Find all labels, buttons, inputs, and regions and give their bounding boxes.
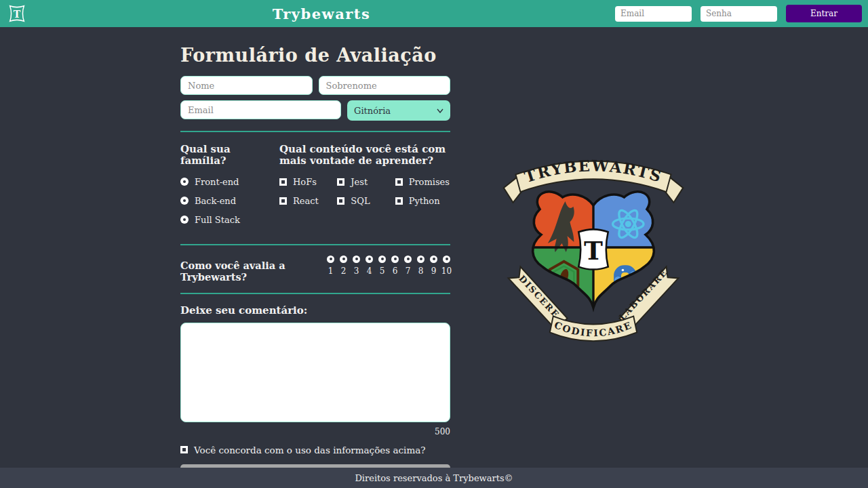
footer-text: Direitos reservados à Trybewarts© — [355, 473, 513, 483]
trybewarts-crest: TRYBEWARTS DISCERE LABORARE — [499, 144, 688, 351]
radio-icon[interactable] — [180, 197, 189, 205]
last-name-input[interactable] — [319, 76, 451, 95]
logo-letter: T — [14, 9, 21, 20]
app-header: T Trybewarts Entrar — [0, 0, 868, 27]
checkbox-icon[interactable] — [279, 197, 287, 205]
checkbox-icon[interactable] — [395, 178, 403, 186]
rating-8[interactable]: 8 — [417, 256, 425, 276]
checkbox-icon[interactable] — [279, 178, 287, 186]
rating-6[interactable]: 6 — [391, 256, 399, 276]
rating-3[interactable]: 3 — [353, 256, 360, 276]
header-password-input[interactable] — [701, 6, 777, 22]
radio-icon[interactable] — [340, 256, 347, 263]
header-login-form: Entrar — [615, 5, 862, 22]
house-select-value: Gitnória — [354, 106, 391, 116]
content-fieldset: Qual conteúdo você está com mais vontade… — [279, 142, 450, 234]
checkbox-promises[interactable]: Promises — [395, 177, 450, 187]
rating-5[interactable]: 5 — [378, 256, 386, 276]
comment-textarea[interactable] — [180, 323, 450, 422]
agreement-checkbox-row[interactable]: Você concorda com o uso das informações … — [180, 445, 450, 455]
checkbox-python[interactable]: Python — [395, 196, 450, 206]
form-title: Formulário de Avaliação — [180, 45, 450, 66]
divider — [180, 244, 450, 245]
radio-icon[interactable] — [417, 256, 425, 263]
checkbox-icon[interactable] — [180, 446, 188, 453]
checkbox-hofs[interactable]: HoFs — [279, 177, 334, 187]
radio-icon[interactable] — [391, 256, 399, 263]
radio-icon[interactable] — [180, 216, 189, 224]
radio-frontend[interactable]: Front-end — [180, 177, 279, 187]
svg-text:T: T — [584, 236, 603, 266]
checkbox-icon[interactable] — [337, 197, 344, 205]
first-name-input[interactable] — [180, 76, 313, 95]
family-question: Qual sua família? — [180, 144, 279, 167]
main-content: Formulário de Avaliação Gitnória Qual su… — [0, 27, 868, 468]
house-select[interactable]: Gitnória — [347, 100, 450, 121]
family-fieldset: Qual sua família? Front-end Back-end Ful… — [180, 142, 279, 234]
divider — [180, 131, 450, 132]
radio-backend[interactable]: Back-end — [180, 196, 279, 206]
comment-label: Deixe seu comentário: — [180, 304, 450, 317]
rating-4[interactable]: 4 — [366, 256, 373, 276]
svg-text:DISCERE: DISCERE — [517, 273, 561, 320]
email-input[interactable] — [180, 100, 341, 119]
login-button[interactable]: Entrar — [786, 5, 862, 22]
checkbox-react[interactable]: React — [279, 196, 334, 206]
evaluation-form: Formulário de Avaliação Gitnória Qual su… — [180, 27, 450, 468]
checkbox-icon[interactable] — [337, 178, 344, 186]
page-title: Trybewarts — [28, 5, 615, 22]
radio-icon[interactable] — [443, 256, 450, 263]
rating-9[interactable]: 9 — [430, 256, 437, 276]
banner-ribbon: TRYBEWARTS — [504, 157, 684, 203]
rating-fieldset: Como você avalia a Trybewarts? 1 2 3 — [180, 256, 450, 283]
checkbox-jest[interactable]: Jest — [337, 177, 392, 187]
app-footer: Direitos reservados à Trybewarts© — [0, 468, 868, 488]
rating-question: Como você avalia a Trybewarts? — [180, 260, 320, 283]
char-counter: 500 — [180, 427, 450, 436]
radio-icon[interactable] — [353, 256, 360, 263]
rating-10[interactable]: 10 — [443, 256, 450, 276]
radio-icon[interactable] — [378, 256, 386, 263]
submit-button[interactable]: Enviar — [180, 464, 450, 468]
radio-icon[interactable] — [404, 256, 412, 263]
radio-icon[interactable] — [327, 256, 334, 263]
header-email-input[interactable] — [615, 6, 692, 22]
rating-7[interactable]: 7 — [404, 256, 412, 276]
rating-1[interactable]: 1 — [327, 256, 334, 276]
radio-icon[interactable] — [180, 178, 189, 186]
checkbox-sql[interactable]: SQL — [337, 196, 392, 206]
radio-fullstack[interactable]: Full Stack — [180, 215, 279, 225]
radio-icon[interactable] — [430, 256, 437, 263]
divider — [180, 293, 450, 294]
ribbon-center: CODIFICARE — [550, 317, 637, 342]
center-shield: T — [578, 229, 608, 269]
radio-icon[interactable] — [366, 256, 373, 263]
checkbox-icon[interactable] — [395, 197, 403, 205]
content-question: Qual conteúdo você está com mais vontade… — [279, 144, 450, 167]
chevron-down-icon — [437, 108, 443, 113]
trybewarts-logo-icon: T — [6, 3, 28, 24]
rating-2[interactable]: 2 — [340, 256, 347, 276]
